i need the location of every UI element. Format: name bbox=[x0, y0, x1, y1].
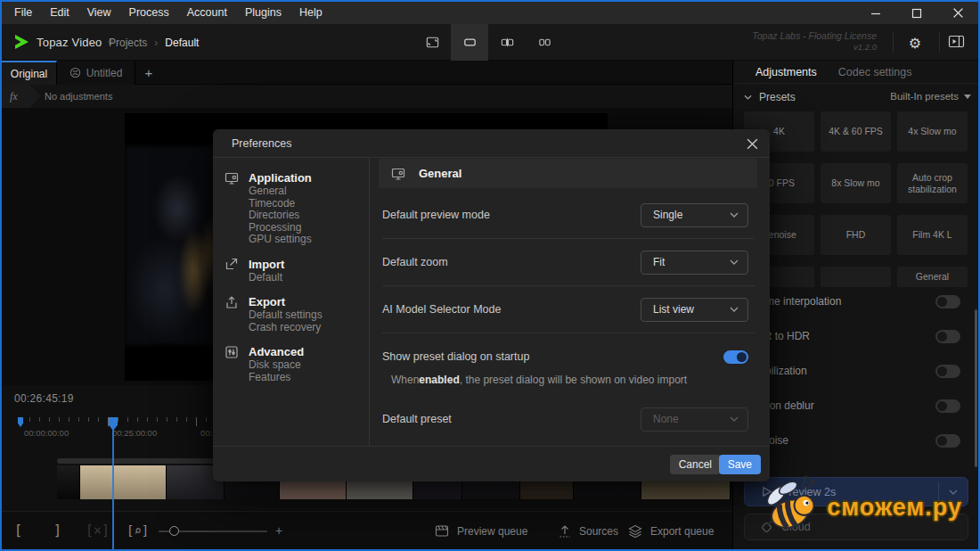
menu-bar: FileEditViewProcessAccountPluginsHelp bbox=[2, 2, 978, 24]
preset-auto-crop-stabilization[interactable]: Auto crop stabilization bbox=[897, 163, 968, 203]
ruler-tick bbox=[127, 417, 128, 422]
menu-item-process[interactable]: Process bbox=[120, 2, 178, 24]
preview-options-chevron[interactable] bbox=[939, 489, 968, 495]
chevron-down-icon bbox=[730, 307, 739, 312]
nav-header-import[interactable]: Import bbox=[225, 257, 369, 272]
nav-item-features[interactable]: Features bbox=[249, 372, 369, 384]
panel-tab-codec-settings[interactable]: Codec settings bbox=[838, 66, 912, 78]
chevron-down-icon bbox=[730, 212, 739, 218]
nav-item-directories[interactable]: Directories bbox=[249, 210, 369, 222]
minimize-button[interactable] bbox=[855, 2, 896, 24]
nav-item-default[interactable]: Default bbox=[249, 272, 369, 284]
presets-section-toggle[interactable]: Presets bbox=[744, 91, 796, 103]
section-header: General bbox=[379, 159, 757, 188]
add-tab-button[interactable]: + bbox=[135, 61, 162, 85]
zoom-in-button[interactable]: + bbox=[275, 523, 282, 538]
zoom-to-fit-button[interactable]: [⌕] bbox=[127, 523, 149, 538]
export-queue-label: Export queue bbox=[650, 525, 714, 538]
adjustments-strip: fx No adjustments bbox=[2, 85, 732, 108]
menu-item-view[interactable]: View bbox=[78, 2, 120, 24]
ruler-tick bbox=[206, 417, 207, 422]
tab-original[interactable]: Original bbox=[2, 61, 57, 85]
side-by-side-view-button[interactable] bbox=[526, 24, 563, 61]
filter-toggle[interactable] bbox=[935, 399, 960, 413]
preset-blank[interactable] bbox=[821, 267, 891, 287]
filter-toggle[interactable] bbox=[935, 365, 960, 378]
no-adjustments-label: No adjustments bbox=[45, 85, 112, 108]
nav-header-export[interactable]: Export bbox=[225, 294, 369, 309]
preset-fhd[interactable]: FHD bbox=[821, 215, 891, 255]
hint-suffix: , the preset dialog will be shown on vid… bbox=[460, 374, 687, 386]
set-in-point-button[interactable]: [ bbox=[14, 523, 22, 538]
nav-item-timecode[interactable]: Timecode bbox=[249, 198, 369, 210]
menu-item-account[interactable]: Account bbox=[178, 2, 236, 24]
close-button[interactable] bbox=[937, 2, 978, 24]
toggle-right-panel-icon[interactable] bbox=[948, 34, 965, 53]
cancel-button[interactable]: Cancel bbox=[670, 455, 721, 474]
chevron-down-icon bbox=[964, 95, 971, 99]
cloud-button[interactable]: Cloud bbox=[744, 514, 968, 540]
single-view-button[interactable] bbox=[451, 24, 488, 61]
export-queue-button[interactable]: Export queue bbox=[628, 512, 714, 550]
application-icon bbox=[225, 171, 239, 185]
breadcrumb-current[interactable]: Default bbox=[165, 37, 199, 49]
menu-item-edit[interactable]: Edit bbox=[41, 2, 78, 24]
nav-section-import: ImportDefault bbox=[225, 257, 369, 284]
filter-toggle[interactable] bbox=[935, 295, 960, 308]
preset-8x-slow-mo[interactable]: 8x Slow mo bbox=[821, 163, 891, 203]
nav-item-default-settings[interactable]: Default settings bbox=[249, 309, 369, 322]
ai-model-selector-mode-select[interactable]: List view bbox=[641, 298, 748, 322]
default-zoom-select[interactable]: Fit bbox=[641, 251, 748, 275]
set-out-point-button[interactable]: ] bbox=[53, 523, 61, 538]
nav-header-application[interactable]: Application bbox=[225, 170, 369, 185]
menu-item-plugins[interactable]: Plugins bbox=[236, 2, 290, 24]
maximize-button[interactable] bbox=[896, 2, 937, 24]
tab-untitled[interactable]: Untitled bbox=[57, 61, 135, 85]
toggle-hint: When enabled, the preset dialog will be … bbox=[391, 371, 687, 389]
default-preview-mode-select[interactable]: Single bbox=[641, 203, 748, 227]
nav-item-crash-recovery[interactable]: Crash recovery bbox=[249, 322, 369, 334]
nav-item-processing[interactable]: Processing bbox=[249, 222, 369, 234]
panel-tab-adjustments[interactable]: Adjustments bbox=[755, 66, 817, 78]
menu-item-file[interactable]: File bbox=[5, 2, 41, 24]
nav-section-export: ExportDefault settingsCrash recovery bbox=[225, 294, 369, 333]
dialog-close-icon[interactable] bbox=[745, 136, 759, 151]
timeline-zoom-slider-knob[interactable] bbox=[169, 526, 179, 536]
preset-source-dropdown[interactable]: Built-In presets bbox=[890, 91, 971, 102]
expand-view-button[interactable] bbox=[413, 24, 451, 61]
preset-4k-60-fps[interactable]: 4K & 60 FPS bbox=[821, 111, 891, 152]
default-preset-select[interactable]: None bbox=[641, 407, 748, 432]
clear-trim-button[interactable]: [×] bbox=[86, 523, 110, 538]
show-preset-dialog-toggle[interactable] bbox=[723, 350, 748, 364]
menu-item-help[interactable]: Help bbox=[290, 2, 331, 24]
sources-button[interactable]: Sources bbox=[559, 512, 618, 550]
split-view-button[interactable] bbox=[488, 24, 526, 61]
preview-2s-button[interactable]: Preview 2s bbox=[744, 477, 968, 506]
nav-item-general[interactable]: General bbox=[249, 185, 369, 198]
advanced-icon bbox=[225, 345, 239, 359]
preset-film-4k-l[interactable]: Film 4K L bbox=[897, 215, 968, 255]
panel-scrollbar[interactable] bbox=[975, 309, 977, 467]
save-button[interactable]: Save bbox=[719, 455, 761, 474]
ruler-label: 00:25:00:00 bbox=[112, 428, 157, 438]
select-value: List view bbox=[653, 303, 730, 316]
chevron-down-icon bbox=[949, 489, 958, 495]
nav-item-disk-space[interactable]: Disk space bbox=[249, 359, 369, 372]
filter-row-stabilization: Stabilization bbox=[749, 362, 960, 380]
nav-header-advanced[interactable]: Advanced bbox=[225, 344, 369, 359]
filter-toggle[interactable] bbox=[935, 434, 960, 448]
settings-gear-icon[interactable]: ⚙ bbox=[903, 31, 927, 54]
breadcrumb-separator: › bbox=[154, 37, 158, 49]
preset-general[interactable]: General bbox=[897, 267, 968, 287]
sources-label: Sources bbox=[579, 525, 618, 538]
preset-4x-slow-mo[interactable]: 4x Slow mo bbox=[897, 111, 968, 152]
nav-item-gpu-settings[interactable]: GPU settings bbox=[249, 234, 369, 246]
preview-queue-button[interactable]: Preview queue bbox=[435, 512, 527, 550]
breadcrumb-projects[interactable]: Projects bbox=[109, 37, 147, 49]
license-info: Topaz Labs - Floating License v1.2.0 bbox=[752, 30, 877, 52]
row-divider bbox=[382, 238, 755, 239]
ruler-tick bbox=[176, 417, 177, 422]
nav-header-label: Application bbox=[249, 171, 312, 185]
bottom-toolbar: [ ] [×] [⌕] + Preview queue Sources Expo… bbox=[2, 511, 732, 549]
filter-toggle[interactable] bbox=[935, 330, 960, 343]
